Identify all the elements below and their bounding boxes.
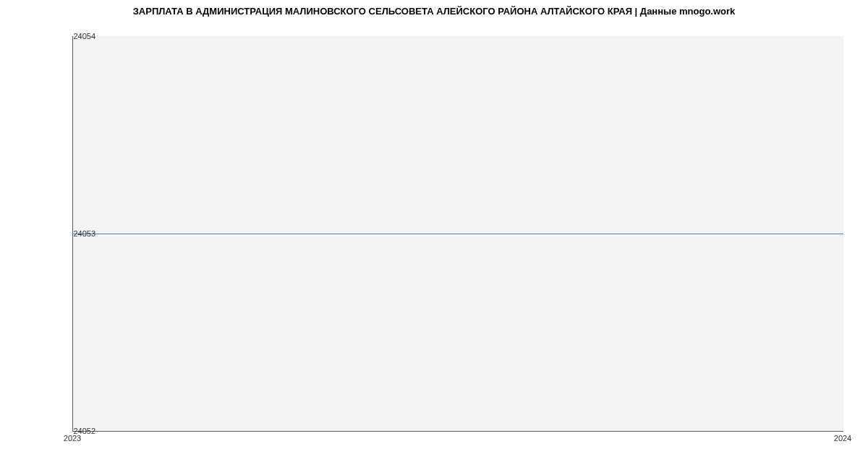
chart-title: ЗАРПЛАТА В АДМИНИСТРАЦИЯ МАЛИНОВСКОГО СЕ… — [0, 0, 868, 17]
x-tick-0: 2023 — [64, 434, 81, 443]
y-tick-2: 24054 — [52, 32, 95, 40]
x-tick-1: 2024 — [834, 434, 851, 443]
plot-area — [72, 36, 843, 432]
y-tick-1: 24053 — [52, 229, 95, 238]
series-line — [73, 234, 843, 234]
